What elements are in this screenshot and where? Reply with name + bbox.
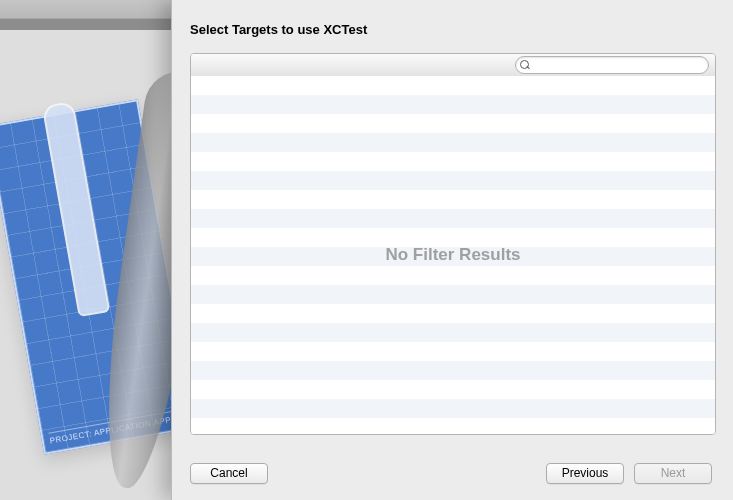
target-list: No Filter Results [190,53,716,435]
cancel-button[interactable]: Cancel [190,463,268,484]
list-header [191,54,715,77]
next-button[interactable]: Next [634,463,712,484]
modal-sheet: Select Targets to use XCTest No Filter R… [171,0,733,500]
button-row: Cancel Previous Next [190,460,712,486]
search-input[interactable] [533,57,704,73]
search-icon [520,60,530,70]
list-body[interactable]: No Filter Results [191,76,715,434]
sheet-title: Select Targets to use XCTest [190,22,712,37]
list-stripes [191,76,715,434]
search-field-container[interactable] [515,56,709,74]
previous-button[interactable]: Previous [546,463,624,484]
